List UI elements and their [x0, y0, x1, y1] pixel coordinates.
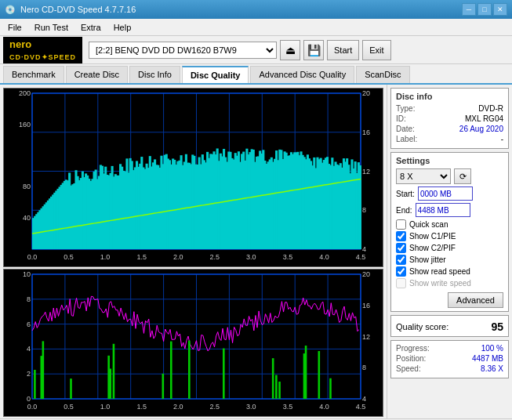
quality-row: Quality score: 95: [396, 320, 503, 333]
menu-extra[interactable]: Extra: [76, 21, 106, 34]
show-c2-checkbox[interactable]: [396, 243, 406, 253]
quick-scan-row: Quick scan: [396, 219, 503, 230]
progress-section: Progress: 100 % Position: 4487 MB Speed:…: [390, 340, 509, 378]
nero-logo: nero CD·DVD✦SPEED: [3, 37, 82, 63]
advanced-button[interactable]: Advanced: [448, 292, 503, 308]
start-mb-label: Start:: [396, 190, 415, 198]
disc-label-label: Label:: [396, 135, 417, 143]
show-write-speed-checkbox[interactable]: [396, 278, 406, 288]
show-write-speed-row: Show write speed: [396, 278, 503, 288]
speed-selector[interactable]: 8 X: [396, 168, 451, 184]
right-panel: Disc info Type: DVD-R ID: MXL RG04 Date:…: [387, 85, 512, 418]
chart-1: [3, 88, 383, 267]
drive-selector[interactable]: [2:2] BENQ DVD DD DW1620 B7W9: [89, 42, 277, 59]
quality-label: Quality score:: [396, 322, 448, 331]
menu-file[interactable]: File: [3, 21, 27, 34]
toolbar: nero CD·DVD✦SPEED [2:2] BENQ DVD DD DW16…: [0, 36, 512, 64]
app-icon: 💿: [5, 5, 16, 15]
show-jitter-checkbox[interactable]: [396, 255, 406, 265]
charts-area: [0, 85, 387, 418]
tab-disc-quality[interactable]: Disc Quality: [182, 66, 249, 83]
disc-type-row: Type: DVD-R: [396, 104, 503, 113]
disc-info-title: Disc info: [396, 92, 503, 101]
quality-section: Quality score: 95: [390, 315, 509, 337]
settings-title: Settings: [396, 156, 503, 165]
show-read-speed-checkbox[interactable]: [396, 266, 406, 277]
show-read-speed-label: Show read speed: [409, 267, 470, 276]
close-button[interactable]: ✕: [493, 3, 507, 16]
show-c1-checkbox[interactable]: [396, 231, 406, 241]
disc-date-label: Date:: [396, 125, 415, 133]
menu-help[interactable]: Help: [109, 21, 136, 34]
end-mb-row: End:: [396, 203, 503, 217]
show-read-speed-row: Show read speed: [396, 266, 503, 277]
disc-id-row: ID: MXL RG04: [396, 114, 503, 123]
title-bar-left: 💿 Nero CD-DVD Speed 4.7.7.16: [5, 5, 136, 15]
tab-scandisc[interactable]: ScanDisc: [356, 66, 409, 83]
end-mb-label: End:: [396, 206, 412, 215]
speed-row: Speed: 8.36 X: [396, 364, 503, 373]
progress-row: Progress: 100 %: [396, 344, 503, 353]
show-jitter-label: Show jitter: [409, 255, 446, 264]
speed-row: 8 X ⟳: [396, 168, 503, 184]
show-c1-label: Show C1/PIE: [409, 232, 456, 241]
main-content: Disc info Type: DVD-R ID: MXL RG04 Date:…: [0, 85, 512, 418]
show-c2-label: Show C2/PIF: [409, 244, 456, 252]
tab-advanced-disc-quality[interactable]: Advanced Disc Quality: [250, 66, 354, 83]
speed-label: Speed:: [396, 364, 421, 373]
disc-label-value: -: [501, 135, 503, 143]
disc-date-value: 26 Aug 2020: [459, 125, 503, 133]
title-bar-controls: ─ □ ✕: [462, 3, 507, 16]
save-button[interactable]: 💾: [303, 40, 324, 60]
tab-benchmark[interactable]: Benchmark: [3, 66, 64, 83]
disc-type-value: DVD-R: [478, 104, 503, 113]
disc-type-label: Type:: [396, 104, 415, 113]
show-c2-row: Show C2/PIF: [396, 243, 503, 253]
position-value: 4487 MB: [472, 354, 503, 363]
title-bar: 💿 Nero CD-DVD Speed 4.7.7.16 ─ □ ✕: [0, 0, 512, 19]
menu-bar: File Run Test Extra Help: [0, 19, 512, 36]
disc-id-label: ID:: [396, 114, 406, 123]
chart2-canvas: [4, 270, 383, 415]
end-mb-input[interactable]: [416, 203, 470, 217]
settings-section: Settings 8 X ⟳ Start: End: Quick scan: [390, 152, 509, 312]
start-mb-row: Start:: [396, 186, 503, 201]
show-c1-row: Show C1/PIE: [396, 231, 503, 241]
disc-id-value: MXL RG04: [465, 114, 503, 123]
tab-disc-info[interactable]: Disc Info: [129, 66, 180, 83]
chart-2: [3, 269, 383, 417]
quick-scan-checkbox[interactable]: [396, 219, 406, 230]
start-button[interactable]: Start: [327, 40, 359, 60]
exit-button[interactable]: Exit: [362, 40, 390, 60]
tabs: Benchmark Create Disc Disc Info Disc Qua…: [0, 64, 512, 85]
chart1-canvas: [4, 89, 383, 265]
eject-button[interactable]: ⏏: [280, 40, 300, 60]
show-write-speed-label: Show write speed: [409, 279, 471, 288]
maximize-button[interactable]: □: [478, 3, 492, 16]
speed-value: 8.36 X: [481, 364, 503, 373]
progress-label: Progress:: [396, 344, 430, 353]
progress-value: 100 %: [481, 344, 503, 353]
quality-score: 95: [491, 320, 503, 333]
quick-scan-label: Quick scan: [409, 220, 448, 229]
tab-create-disc[interactable]: Create Disc: [66, 66, 128, 83]
position-row: Position: 4487 MB: [396, 354, 503, 363]
disc-date-row: Date: 26 Aug 2020: [396, 125, 503, 133]
start-mb-input[interactable]: [418, 186, 473, 201]
minimize-button[interactable]: ─: [462, 3, 476, 16]
position-label: Position:: [396, 354, 426, 363]
show-jitter-row: Show jitter: [396, 255, 503, 265]
disc-info-section: Disc info Type: DVD-R ID: MXL RG04 Date:…: [390, 88, 509, 149]
menu-run-test[interactable]: Run Test: [30, 21, 73, 34]
app-title: Nero CD-DVD Speed 4.7.7.16: [20, 5, 136, 14]
refresh-button[interactable]: ⟳: [454, 168, 471, 184]
disc-label-row: Label: -: [396, 135, 503, 143]
